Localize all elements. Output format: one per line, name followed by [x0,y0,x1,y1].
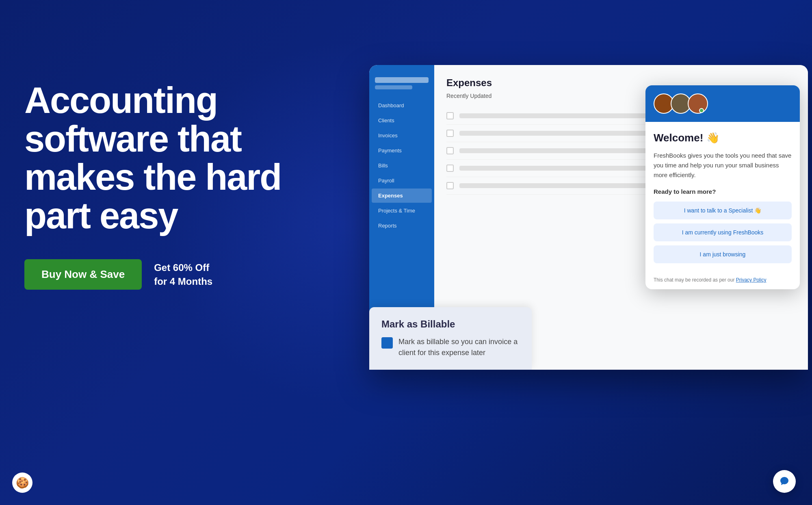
chat-welcome: Welcome! 👋 [654,132,792,144]
nav-invoices[interactable]: Invoices [372,128,432,143]
discount-line2: for 4 Months [154,276,212,287]
expense-checkbox-1[interactable] [446,112,454,119]
buy-now-button[interactable]: Buy Now & Save [24,259,142,290]
cta-row: Buy Now & Save Get 60% Off for 4 Months [24,259,309,290]
chat-option-browsing[interactable]: I am just browsing [654,245,792,263]
app-area: Dashboard Clients Invoices Payments Bill… [345,65,812,431]
nav-expenses[interactable]: Expenses [372,189,432,203]
chat-option-specialist[interactable]: I want to talk to a Specialist 👋 [654,202,792,219]
discount-text: Get 60% Off for 4 Months [154,261,212,288]
nav-payroll[interactable]: Payroll [372,173,432,188]
svg-point-1 [659,105,669,111]
sidebar-nav: Dashboard Clients Invoices Payments Bill… [369,98,434,233]
chat-description: FreshBooks gives you the tools you need … [654,151,792,180]
nav-reports[interactable]: Reports [372,219,432,233]
online-indicator [699,108,704,113]
agent-avatar-3 [688,93,708,114]
expense-checkbox-2[interactable] [446,130,454,137]
chat-header [645,85,800,122]
svg-point-0 [660,99,667,105]
privacy-policy-link[interactable]: Privacy Policy [736,277,767,283]
nav-bills[interactable]: Bills [372,158,432,173]
expense-checkbox-5[interactable] [446,182,454,189]
nav-clients[interactable]: Clients [372,113,432,128]
expense-checkbox-3[interactable] [446,147,454,154]
chat-question: Ready to learn more? [654,188,792,195]
nav-dashboard[interactable]: Dashboard [372,98,432,113]
avatar-wrapper-1 [654,93,671,114]
billable-description: Mark as billable so you can invoice a cl… [398,336,520,358]
svg-point-2 [678,99,684,105]
svg-point-3 [676,105,686,111]
logo-bar-1 [375,77,429,83]
avatar-wrapper-2 [671,93,688,114]
cookie-icon[interactable]: 🍪 [12,472,32,493]
billable-title: Mark as Billable [381,319,520,330]
nav-projects-time[interactable]: Projects & Time [372,204,432,218]
chat-widget: Welcome! 👋 FreshBooks gives you the tool… [645,85,800,289]
hero-title: Accounting software that makes the hard … [24,81,309,235]
chat-body: Welcome! 👋 FreshBooks gives you the tool… [645,122,800,277]
logo-bar-2 [375,85,412,89]
billable-tooltip: Mark as Billable Mark as billable so you… [369,307,532,370]
billable-row: Mark as billable so you can invoice a cl… [381,336,520,358]
sidebar-logo [369,73,434,98]
svg-point-4 [695,99,701,105]
chat-bubble-button[interactable] [773,470,796,493]
expense-checkbox-4[interactable] [446,165,454,172]
hero-section: Accounting software that makes the hard … [24,81,309,290]
discount-line1: Get 60% Off [154,262,209,273]
avatar-wrapper-3 [688,93,705,114]
nav-payments[interactable]: Payments [372,143,432,158]
chat-footer: This chat may be recorded as per our Pri… [645,277,800,289]
chat-option-current-user[interactable]: I am currently using FreshBooks [654,223,792,241]
billable-checkbox[interactable] [381,337,393,349]
